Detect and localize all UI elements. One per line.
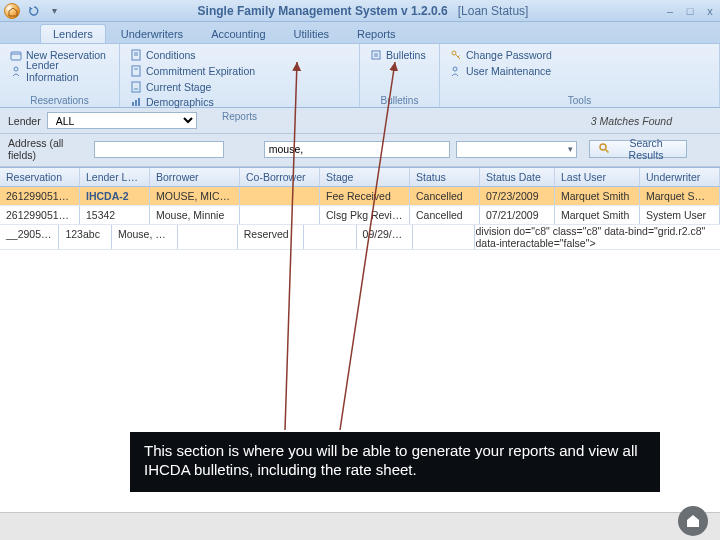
tab-utilities[interactable]: Utilities [281,24,342,43]
bulletins-icon [370,49,382,61]
svg-point-20 [600,144,606,150]
maximize-button[interactable]: □ [684,5,696,17]
table-row[interactable]: __29053305 123abc Mouse, Mickey Reserved… [0,225,720,250]
svg-point-19 [453,67,457,71]
grid-body: 261299051928 IHCDA-2 MOUSE, MICKEY Fee R… [0,187,720,247]
filter-dropdown[interactable] [456,141,577,158]
search-results-button[interactable]: Search Results [589,140,688,158]
col-coborrower[interactable]: Co-Borrower [240,168,320,186]
cmd-conditions[interactable]: Conditions [128,47,257,62]
caption-text: This section is where you will be able t… [144,442,638,478]
results-grid: Reservation Lender Loan Borrower Co-Borr… [0,167,720,247]
table-row[interactable]: 261299051928 IHCDA-2 MOUSE, MICKEY Fee R… [0,187,720,206]
cmd-change-password-label: Change Password [466,49,552,61]
cmd-bulletins-label: Bulletins [386,49,426,61]
svg-point-2 [14,67,18,71]
svg-rect-8 [132,82,140,92]
svg-rect-12 [138,98,140,106]
cmd-demographics[interactable]: Demographics [128,94,216,109]
ribbon-group-tools: Change Password User Maintenance Tools [440,44,720,107]
lender-info-icon [10,65,22,77]
matches-found: 3 Matches Found [591,115,672,127]
tab-reports[interactable]: Reports [344,24,409,43]
minimize-button[interactable]: – [664,5,676,17]
tab-lenders[interactable]: Lenders [40,24,106,43]
cmd-commitment-exp-label: Commitment Expiration [146,65,255,77]
demographics-icon [130,96,142,108]
col-reservation[interactable]: Reservation [0,168,80,186]
close-button[interactable]: x [704,5,716,17]
title-context: [Loan Status] [458,4,529,18]
cmd-change-password[interactable]: Change Password [448,47,711,62]
search-results-label: Search Results [614,137,679,161]
conditions-icon [130,49,142,61]
ribbon-body: New Reservation Lender Information Reser… [0,44,720,108]
cmd-user-maintenance-label: User Maintenance [466,65,551,77]
col-lender-loan[interactable]: Lender Loan [80,168,150,186]
group-cap-bulletins: Bulletins [368,93,431,107]
svg-rect-10 [132,102,134,106]
current-stage-icon [130,81,142,93]
user-maint-icon [450,65,462,77]
col-last-user[interactable]: Last User [555,168,640,186]
svg-rect-13 [372,51,380,59]
svg-point-16 [452,51,456,55]
new-reservation-icon [10,49,22,61]
key-icon [450,49,462,61]
cmd-bulletins[interactable]: Bulletins [368,47,431,62]
svg-rect-6 [132,66,140,76]
bottom-strip [0,512,720,540]
ribbon-group-bulletins: Bulletins Bulletins [360,44,440,107]
ribbon-group-reservations: New Reservation Lender Information Reser… [0,44,120,107]
lender-select[interactable]: ALL [47,112,197,129]
col-borrower[interactable]: Borrower [150,168,240,186]
qat-dropdown-icon[interactable]: ▾ [46,3,62,19]
tab-underwriters[interactable]: Underwriters [108,24,196,43]
ribbon-tabs: Lenders Underwriters Accounting Utilitie… [0,22,720,44]
address-label: Address (all fields) [8,137,88,161]
cmd-commitment-exp[interactable]: Commitment Expiration [128,63,257,78]
cmd-current-stage[interactable]: Current Stage [128,79,257,94]
window-title: Single Family Management System v 1.2.0.… [62,4,664,18]
lender-label: Lender [8,115,41,127]
svg-line-21 [605,150,608,153]
cmd-conditions-label: Conditions [146,49,196,61]
col-stage[interactable]: Stage [320,168,410,186]
col-status-date[interactable]: Status Date [480,168,555,186]
cmd-lender-info-label: Lender Information [26,59,109,83]
svg-rect-0 [11,52,21,60]
qat-refresh-icon[interactable] [26,3,42,19]
filter-row2: Address (all fields) Search Results [0,134,720,167]
col-underwriter[interactable]: Underwriter [640,168,720,186]
commitment-exp-icon [130,65,142,77]
title-app: Single Family Management System v 1.2.0.… [198,4,448,18]
window-controls: – □ x [664,5,716,17]
col-status[interactable]: Status [410,168,480,186]
quick-access-toolbar: ▾ [26,3,62,19]
cmd-lender-info[interactable]: Lender Information [8,63,111,78]
grid-header: Reservation Lender Loan Borrower Co-Borr… [0,168,720,187]
title-bar: ▾ Single Family Management System v 1.2.… [0,0,720,22]
svg-line-18 [458,55,460,57]
group-cap-tools: Tools [448,93,711,107]
cmd-user-maintenance[interactable]: User Maintenance [448,63,711,78]
home-badge-icon [678,506,708,536]
tab-accounting[interactable]: Accounting [198,24,278,43]
table-row[interactable]: 261299051954 15342 Mouse, Minnie Clsg Pk… [0,206,720,225]
filter-strip: Lender ALL 3 Matches Found [0,108,720,134]
app-orb-icon[interactable] [4,3,20,19]
address-input[interactable] [94,141,224,158]
cmd-current-stage-label: Current Stage [146,81,211,93]
magnifier-icon [598,142,610,156]
svg-rect-11 [135,100,137,106]
caption-box: This section is where you will be able t… [130,432,660,492]
group-cap-reservations: Reservations [8,93,111,107]
cmd-demographics-label: Demographics [146,96,214,108]
search-input[interactable] [264,141,450,158]
ribbon-group-reports: Conditions Commitment Expiration Current… [120,44,360,107]
